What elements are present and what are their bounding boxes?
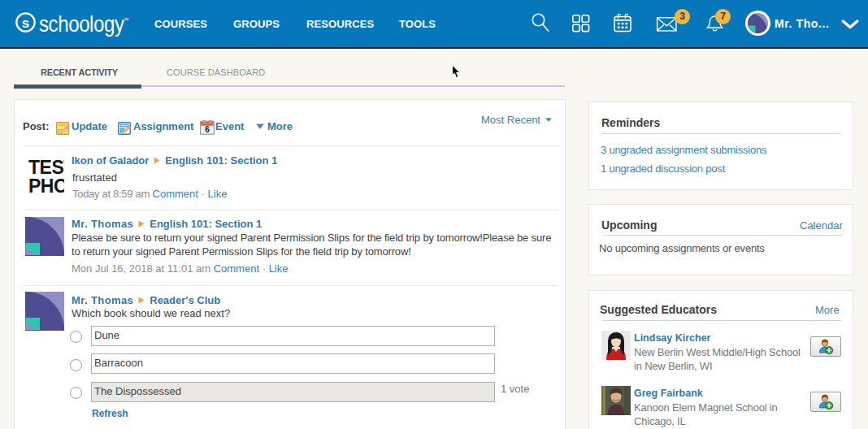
svg-text:6: 6 xyxy=(205,125,210,134)
svg-text:s: s xyxy=(22,15,29,31)
